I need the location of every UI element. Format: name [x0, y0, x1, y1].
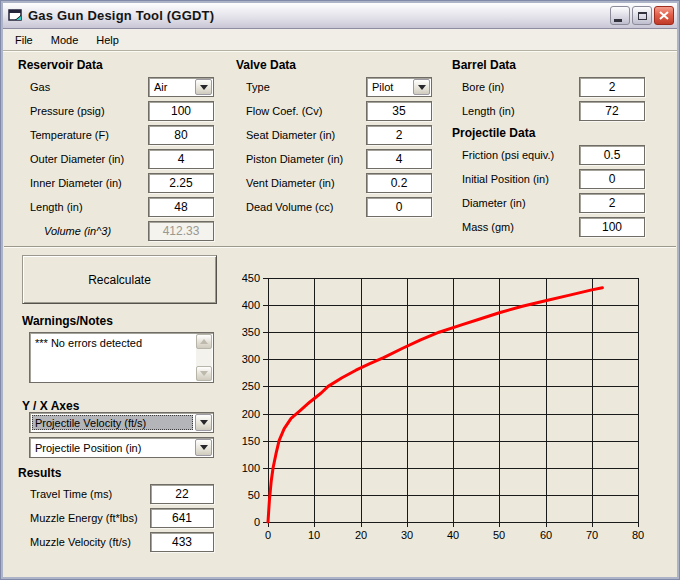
reservoir-length-input[interactable] [148, 197, 214, 217]
velocity-curve [268, 288, 602, 522]
dead-volume-input[interactable] [366, 197, 432, 217]
velocity-position-chart: 0102030405060708005010015020025030035040… [240, 260, 676, 560]
vent-diameter-input[interactable] [366, 173, 432, 193]
chart-x-tick-label: 0 [265, 529, 271, 541]
chart-x-tick-label: 60 [540, 529, 552, 541]
x-axis-selected-value: Projectile Position (in) [32, 440, 193, 455]
pressure-input[interactable] [148, 101, 214, 121]
valve-type-label: Type [246, 81, 270, 93]
chart-y-tick-label: 400 [242, 299, 260, 311]
maximize-icon [638, 12, 647, 20]
valve-type-dropdown-arrow-icon[interactable] [413, 79, 430, 95]
y-axis-selected-value: Projectile Velocity (ft/s) [32, 415, 193, 430]
maximize-button[interactable] [632, 6, 652, 25]
muzzle-velocity-label: Muzzle Velocity (ft/s) [30, 536, 131, 548]
temperature-label: Temperature (F) [30, 129, 109, 141]
flow-coef-label: Flow Coef. (Cv) [246, 105, 322, 117]
gas-dropdown-arrow-icon[interactable] [195, 79, 212, 95]
warnings-scrollbar[interactable] [196, 334, 212, 381]
outer-diameter-input[interactable] [148, 149, 214, 169]
chart-x-tick-label: 50 [493, 529, 505, 541]
barrel-length-label: Length (in) [462, 105, 515, 117]
warnings-textbox[interactable]: *** No errors detected [29, 332, 214, 383]
bore-label: Bore (in) [462, 81, 504, 93]
warnings-text: *** No errors detected [35, 337, 193, 349]
outer-diameter-label: Outer Diameter (in) [30, 153, 124, 165]
chart-y-tick-label: 450 [242, 272, 260, 284]
chart-y-tick-label: 300 [242, 353, 260, 365]
chart-y-tick-label: 200 [242, 408, 260, 420]
flow-coef-input[interactable] [366, 101, 432, 121]
travel-time-value [150, 484, 214, 504]
chart-y-tick-label: 150 [242, 435, 260, 447]
piston-diameter-label: Piston Diameter (in) [246, 153, 343, 165]
chart-x-tick-label: 80 [632, 529, 644, 541]
x-axis-dropdown[interactable]: Projectile Position (in) [29, 437, 214, 458]
vent-diameter-label: Vent Diameter (in) [246, 177, 335, 189]
axes-section-title: Y / X Axes [22, 399, 79, 413]
app-icon[interactable] [8, 9, 23, 22]
muzzle-energy-label: Muzzle Energy (ft*lbs) [30, 512, 138, 524]
inner-diameter-input[interactable] [148, 173, 214, 193]
scroll-up-icon [200, 339, 208, 344]
seat-diameter-label: Seat Diameter (in) [246, 129, 335, 141]
gas-label: Gas [30, 81, 50, 93]
barrel-length-input[interactable] [579, 101, 645, 121]
x-axis-dropdown-arrow-icon[interactable] [195, 439, 212, 456]
muzzle-energy-value [150, 508, 214, 528]
projectile-section-title: Projectile Data [452, 126, 535, 140]
piston-diameter-input[interactable] [366, 149, 432, 169]
initial-position-label: Initial Position (in) [462, 173, 549, 185]
warnings-section-title: Warnings/Notes [22, 314, 113, 328]
title-bar[interactable]: Gas Gun Design Tool (GGDT) [3, 3, 677, 29]
gas-value: Air [151, 80, 193, 94]
initial-position-input[interactable] [579, 169, 645, 189]
scroll-down-button[interactable] [196, 366, 212, 381]
results-section-title: Results [18, 466, 61, 480]
menu-help[interactable]: Help [87, 30, 128, 50]
app-window: Gas Gun Design Tool (GGDT) File Mode Hel… [0, 0, 680, 580]
menu-mode[interactable]: Mode [42, 30, 88, 50]
pressure-label: Pressure (psig) [30, 105, 105, 117]
chart-y-tick-label: 350 [242, 326, 260, 338]
minimize-button[interactable] [610, 6, 630, 25]
chart-y-tick-label: 250 [242, 380, 260, 392]
close-button[interactable] [654, 6, 674, 25]
reservoir-length-label: Length (in) [30, 201, 83, 213]
scroll-down-icon [200, 371, 208, 376]
projectile-diameter-label: Diameter (in) [462, 197, 526, 209]
y-axis-dropdown-arrow-icon[interactable] [195, 414, 212, 431]
volume-label: Volume (in^3) [44, 225, 111, 237]
chart-x-tick-label: 20 [355, 529, 367, 541]
chart-x-tick-label: 40 [447, 529, 459, 541]
muzzle-velocity-value [150, 532, 214, 552]
mass-input[interactable] [579, 217, 645, 237]
mass-label: Mass (gm) [462, 221, 514, 233]
close-icon [659, 11, 669, 20]
valve-type-dropdown[interactable]: Pilot [366, 77, 432, 97]
friction-input[interactable] [579, 145, 645, 165]
chart-x-tick-label: 10 [308, 529, 320, 541]
inner-diameter-label: Inner Diameter (in) [30, 177, 122, 189]
chart-y-tick-label: 50 [248, 489, 260, 501]
menu-bar: File Mode Help [3, 29, 677, 51]
friction-label: Friction (psi equiv.) [462, 149, 554, 161]
travel-time-label: Travel Time (ms) [30, 488, 112, 500]
projectile-diameter-input[interactable] [579, 193, 645, 213]
barrel-section-title: Barrel Data [452, 58, 516, 72]
temperature-input[interactable] [148, 125, 214, 145]
chart-canvas: 0102030405060708005010015020025030035040… [240, 260, 676, 560]
recalculate-button[interactable]: Recalculate [22, 255, 217, 304]
y-axis-dropdown[interactable]: Projectile Velocity (ft/s) [29, 412, 214, 433]
volume-readonly-field [148, 221, 214, 241]
scroll-up-button[interactable] [196, 334, 212, 349]
menu-file[interactable]: File [6, 30, 42, 50]
seat-diameter-input[interactable] [366, 125, 432, 145]
dead-volume-label: Dead Volume (cc) [246, 201, 333, 213]
reservoir-section-title: Reservoir Data [18, 58, 103, 72]
chart-x-tick-label: 30 [401, 529, 413, 541]
bore-input[interactable] [579, 77, 645, 97]
window-title: Gas Gun Design Tool (GGDT) [28, 8, 214, 23]
gas-dropdown[interactable]: Air [148, 77, 214, 97]
section-divider [4, 246, 676, 248]
